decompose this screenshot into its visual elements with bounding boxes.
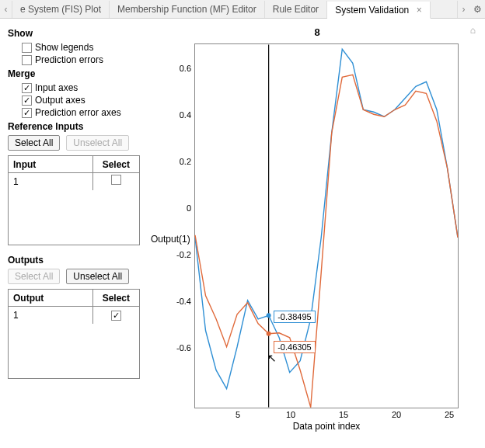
show-legends-checkbox[interactable] — [22, 43, 32, 53]
merge-output-axes-checkbox[interactable] — [22, 96, 32, 106]
merge-input-axes-label: Input axes — [35, 82, 78, 93]
outputs-unselect-all-button[interactable]: Unselect All — [66, 269, 129, 284]
options-sidebar: Show Show legends Prediction errors Merg… — [0, 19, 149, 448]
data-tip-reference: -0.38495 — [274, 311, 315, 323]
y-tick: -0.4 — [169, 297, 191, 306]
outputs-title: Outputs — [8, 255, 143, 266]
y-tick: 0.6 — [169, 64, 191, 73]
merge-error-axes-checkbox[interactable] — [22, 108, 32, 118]
cursor-marker-prediction — [267, 332, 271, 336]
merge-error-axes-label: Prediction error axes — [35, 107, 121, 118]
x-tick: 10 — [283, 410, 298, 419]
home-icon[interactable]: ⌂ — [470, 25, 476, 36]
y-tick: 0 — [169, 203, 191, 213]
y-tick: 0.4 — [169, 110, 191, 120]
merge-section-title: Merge — [8, 68, 143, 79]
output-row-checkbox[interactable] — [111, 311, 121, 321]
show-legends-label: Show legends — [35, 42, 93, 53]
tab-bar: ‹ e System (FIS) Plot Membership Functio… — [0, 0, 485, 19]
tab-label: System Validation — [335, 5, 409, 16]
series-reference — [195, 49, 458, 388]
outputs-col-select: Select — [93, 290, 139, 307]
x-tick: 15 — [336, 410, 351, 419]
tab-scroll-right[interactable]: › — [457, 1, 469, 18]
x-tick: 20 — [389, 410, 404, 419]
ref-inputs-unselect-all-button: Unselect All — [66, 135, 129, 151]
prediction-errors-label: Prediction errors — [35, 54, 103, 65]
y-tick: -0.2 — [169, 250, 191, 259]
ref-input-row-checkbox[interactable] — [111, 175, 121, 185]
y-tick: -0.6 — [169, 343, 191, 352]
table-row: 1 — [9, 173, 139, 190]
tab-system-validation[interactable]: System Validation × — [327, 2, 431, 19]
reference-inputs-table: Input Select 1 — [8, 155, 140, 245]
merge-output-axes-label: Output axes — [35, 95, 85, 106]
outputs-select-all-button: Select All — [8, 269, 60, 284]
main-area: Show Show legends Prediction errors Merg… — [0, 19, 485, 448]
y-tick: 0.2 — [169, 157, 191, 166]
close-icon[interactable]: × — [417, 5, 422, 16]
plot-svg — [195, 44, 458, 408]
chart-panel: 8 ⌂ Output(1) 0.6 0.4 0.2 0 -0.2 -0.4 -0… — [149, 19, 485, 448]
tab-scroll-left[interactable]: ‹ — [0, 1, 12, 18]
cursor-marker-reference — [267, 313, 271, 318]
prediction-errors-checkbox[interactable] — [22, 55, 32, 65]
show-section-title: Show — [8, 28, 143, 39]
tab-mf-editor[interactable]: Membership Function (MF) Editor — [110, 1, 265, 18]
ref-inputs-col-input: Input — [9, 156, 93, 173]
merge-input-axes-checkbox[interactable] — [22, 83, 32, 93]
x-tick: 5 — [230, 410, 246, 419]
ref-inputs-col-select: Select — [93, 156, 139, 173]
tab-rule-editor[interactable]: Rule Editor — [265, 1, 327, 18]
plot-axes[interactable]: -0.38495 -0.46305 ↖ — [194, 43, 459, 408]
outputs-table: Output Select 1 — [8, 289, 140, 379]
reference-inputs-title: Reference Inputs — [8, 121, 143, 132]
ref-inputs-select-all-button[interactable]: Select All — [8, 135, 60, 151]
tab-fis-plot[interactable]: e System (FIS) Plot — [12, 1, 110, 18]
y-axis-label: Output(1) — [151, 234, 190, 245]
x-tick: 25 — [441, 410, 457, 419]
output-row-name: 1 — [9, 307, 93, 324]
data-tip-prediction: -0.46305 — [274, 341, 315, 353]
outputs-col-output: Output — [9, 290, 93, 307]
cursor-index-label: 8 — [314, 26, 319, 38]
table-row: 1 — [9, 307, 139, 324]
ref-input-row-name: 1 — [9, 173, 93, 190]
gear-icon[interactable]: ⚙ — [469, 4, 485, 15]
x-axis-label: Data point index — [194, 421, 459, 432]
